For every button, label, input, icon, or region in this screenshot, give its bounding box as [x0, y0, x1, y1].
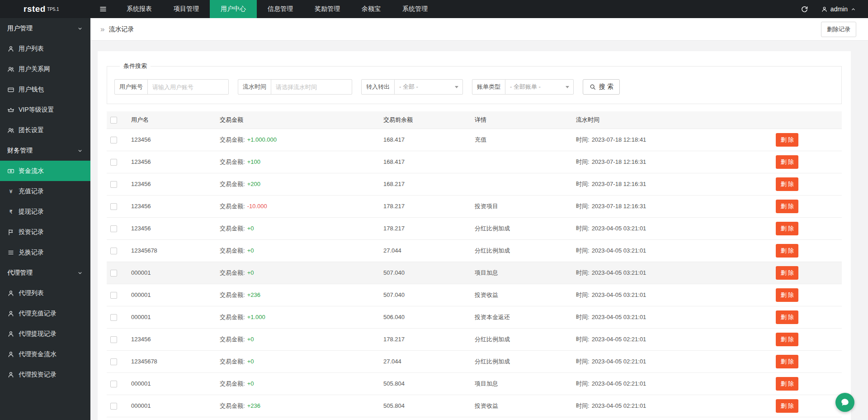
sidebar-item[interactable]: 代理提现记录	[0, 324, 90, 344]
cell-detail: 分红比例加成	[471, 328, 572, 350]
logo-text: rsted	[24, 4, 46, 14]
search-select-value: - 全部 -	[399, 83, 418, 91]
topnav-item[interactable]: 奖励管理	[304, 0, 351, 18]
table-row: 123456 交易金额:+100 168.417 时间:2023-07-18 1…	[107, 151, 842, 173]
sidebar-item[interactable]: 用户钱包	[0, 79, 90, 100]
sidebar-group-label: 代理管理	[7, 269, 33, 277]
sidebar-item-label: 充值记录	[19, 187, 44, 196]
search-field-select[interactable]: - 全部 -	[394, 79, 463, 95]
row-checkbox[interactable]	[110, 248, 117, 254]
row-checkbox[interactable]	[110, 381, 117, 387]
cell-time: 时间:2023-04-05 03:21:01	[572, 262, 762, 284]
table-header-row: 用户名 交易金额 交易前余额 详情 流水时间	[107, 111, 842, 129]
row-checkbox[interactable]	[110, 292, 117, 299]
money-icon	[7, 167, 14, 175]
sidebar-item[interactable]: 代理资金流水	[0, 344, 90, 364]
sidebar-group-header[interactable]: 代理管理	[0, 262, 90, 283]
sidebar-item[interactable]: 兑换记录	[0, 242, 90, 262]
sidebar-item[interactable]: 资金流水	[0, 161, 90, 181]
search-field-input[interactable]	[271, 79, 352, 95]
sidebar-group-header[interactable]: 用户管理	[0, 18, 90, 38]
row-delete-button[interactable]: 删 除	[776, 133, 798, 147]
sidebar-group-items: 用户列表 用户关系网 用户钱包 VIP等级设置 团长设置	[0, 38, 90, 140]
row-delete-button[interactable]: 删 除	[776, 222, 798, 235]
user-menu[interactable]: admin	[816, 0, 868, 18]
row-delete-button[interactable]: 删 除	[776, 200, 798, 213]
sidebar-item[interactable]: 投资记录	[0, 222, 90, 242]
row-checkbox[interactable]	[110, 314, 117, 321]
page-title: 流水记录	[108, 25, 134, 33]
sidebar-item[interactable]: 用户关系网	[0, 59, 90, 79]
topnav-item[interactable]: 用户中心	[210, 0, 257, 18]
sidebar-group: 代理管理 代理列表 代理充值记录 代理提现记录 代理资金流水 代理投资记录	[0, 262, 90, 385]
row-delete-button[interactable]: 删 除	[776, 310, 798, 324]
refresh-button[interactable]	[793, 0, 816, 18]
sidebar-group-header[interactable]: 财务管理	[0, 140, 90, 161]
cell-username: 123456	[127, 417, 216, 420]
cell-amount: 交易金额:+0	[216, 350, 380, 372]
sidebar-group-items: 代理列表 代理充值记录 代理提现记录 代理资金流水 代理投资记录	[0, 283, 90, 385]
sidebar-item[interactable]: 用户列表	[0, 38, 90, 59]
row-checkbox[interactable]	[110, 203, 117, 210]
chevron-down-icon	[77, 270, 83, 276]
row-delete-button[interactable]: 删 除	[776, 377, 798, 391]
cell-detail: 投资收益	[471, 284, 572, 306]
cell-balance: 27.044	[380, 239, 471, 262]
row-checkbox[interactable]	[110, 137, 117, 143]
row-checkbox[interactable]	[110, 403, 117, 410]
table-row: 123456 交易金额:+1.000.000 168.417 充值 时间:202…	[107, 129, 842, 151]
row-checkbox[interactable]	[110, 270, 117, 277]
row-checkbox[interactable]	[110, 336, 117, 343]
topnav-item[interactable]: 余额宝	[351, 0, 392, 18]
row-checkbox[interactable]	[110, 358, 117, 365]
row-delete-button[interactable]: 删 除	[776, 266, 798, 280]
select-all-checkbox[interactable]	[110, 117, 117, 124]
cell-username: 123456	[127, 217, 216, 239]
row-delete-button[interactable]: 删 除	[776, 355, 798, 368]
sidebar-item[interactable]: 代理投资记录	[0, 364, 90, 385]
sidebar-item[interactable]: 团长设置	[0, 120, 90, 140]
topnav-item[interactable]: 系统报表	[116, 0, 163, 18]
cell-time: 时间:2023-04-05 02:21:01	[572, 350, 762, 372]
table-row: 000001 交易金额:+1.000 506.040 投资本金返还 时间:202…	[107, 306, 842, 328]
row-delete-button[interactable]: 删 除	[776, 177, 798, 191]
sidebar-item[interactable]: 充值记录	[0, 181, 90, 201]
sidebar-item[interactable]: 代理列表	[0, 283, 90, 303]
row-delete-button[interactable]: 删 除	[776, 333, 798, 346]
row-delete-button[interactable]: 删 除	[776, 155, 798, 169]
sidebar-group: 用户管理 用户列表 用户关系网 用户钱包 VIP等级设置 团长设置	[0, 18, 90, 140]
theme-settings-fab[interactable]	[835, 393, 854, 412]
row-checkbox[interactable]	[110, 225, 117, 232]
sidebar-item-label: 提现记录	[19, 208, 44, 216]
sidebar-item[interactable]: VIP等级设置	[0, 100, 90, 120]
row-checkbox[interactable]	[110, 181, 117, 188]
search-field-select[interactable]: - 全部账单 -	[505, 79, 574, 95]
row-delete-button[interactable]: 删 除	[776, 288, 798, 302]
search-button[interactable]: 搜 索	[583, 79, 620, 95]
cell-amount: 交易金额:+200	[216, 173, 380, 195]
cell-balance: 168.417	[380, 129, 471, 151]
user-icon	[7, 371, 14, 378]
sidebar-toggle-button[interactable]	[90, 0, 116, 18]
table-row: 123456 交易金额:+0 178.217 分红比例加成 时间:2023-04…	[107, 417, 842, 420]
cell-username: 000001	[127, 395, 216, 417]
row-delete-button[interactable]: 删 除	[776, 244, 798, 258]
users-icon	[7, 66, 14, 73]
sidebar-item-label: 资金流水	[19, 167, 44, 175]
topnav-item[interactable]: 项目管理	[163, 0, 210, 18]
cell-detail: 投资项目	[471, 195, 572, 217]
row-checkbox[interactable]	[110, 159, 117, 166]
search-field-input[interactable]	[147, 79, 229, 95]
topnav-item[interactable]: 信息管理	[257, 0, 304, 18]
delete-records-button[interactable]: 删除记录	[821, 22, 856, 37]
sidebar-item[interactable]: 代理充值记录	[0, 303, 90, 324]
breadcrumb-chevrons-icon: »	[100, 25, 104, 34]
topnav-item-label: 系统报表	[127, 5, 152, 13]
cell-time: 时间:2023-04-05 02:21:01	[572, 395, 762, 417]
table-row: 123456 交易金额:+200 168.217 时间:2023-07-18 1…	[107, 173, 842, 195]
topnav-item[interactable]: 系统管理	[392, 0, 439, 18]
sidebar-item[interactable]: 提现记录	[0, 201, 90, 222]
cell-username: 12345678	[127, 350, 216, 372]
row-delete-button[interactable]: 删 除	[776, 399, 798, 413]
cell-time: 时间:2023-07-18 12:16:31	[572, 195, 762, 217]
